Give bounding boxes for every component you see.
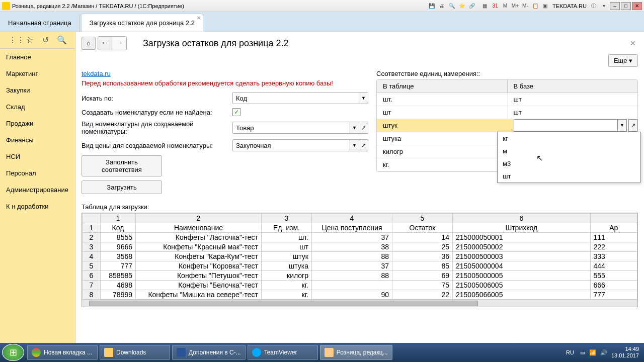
- grid-rownum[interactable]: 7: [83, 281, 101, 290]
- grid-cell[interactable]: 36: [392, 252, 453, 261]
- tb-calc-icon[interactable]: ▦: [480, 2, 490, 11]
- grid-cell[interactable]: Конфеты "Петушок"-тест: [136, 271, 262, 281]
- more-button[interactable]: Еще ▾: [608, 54, 638, 67]
- grid-cell[interactable]: килогр: [262, 271, 312, 281]
- grid-cell[interactable]: 215000500003: [453, 252, 591, 261]
- history-icon[interactable]: ↺: [41, 35, 51, 45]
- grid-cell[interactable]: 9666: [101, 242, 136, 252]
- lang-indicator[interactable]: RU: [564, 348, 576, 356]
- tb-preview-icon[interactable]: 🔍: [447, 2, 456, 11]
- grid-cell[interactable]: Конфеты "Мишка на севере"-тест: [136, 290, 262, 300]
- grid-cell[interactable]: Конфеты "Ласточка"-тест: [136, 233, 262, 242]
- task-1c[interactable]: Розница, редакц...: [320, 345, 392, 360]
- tb-clipboard-icon[interactable]: 📋: [531, 2, 540, 11]
- grid-cell[interactable]: 777: [101, 261, 136, 271]
- grid-cell[interactable]: 90: [312, 290, 392, 300]
- load-button[interactable]: Загрузить: [82, 180, 162, 194]
- tab-document[interactable]: Загрузка остатков для розница 2.2 ✕: [81, 14, 203, 32]
- grid-rownum[interactable]: 2: [83, 233, 101, 242]
- tab-close-icon[interactable]: ✕: [197, 15, 201, 21]
- task-teamviewer[interactable]: TeamViewer: [248, 345, 318, 360]
- grid-cell[interactable]: Конфеты "Красный мак"-тест: [136, 242, 262, 252]
- grid-header-cell[interactable]: Наименование: [136, 223, 262, 233]
- dropdown-option[interactable]: шт: [498, 170, 640, 183]
- tb-save-icon[interactable]: 💾: [427, 2, 436, 11]
- tb-link-icon[interactable]: 🔗: [467, 2, 476, 11]
- tb-mminus-icon[interactable]: M-: [521, 2, 530, 11]
- grid-cell[interactable]: 215000050001: [453, 233, 591, 242]
- unit-row[interactable]: штук▼↗: [377, 119, 637, 132]
- search-by-dd[interactable]: ▼: [359, 93, 368, 104]
- grid-rownum[interactable]: 3: [83, 242, 101, 252]
- tb-m-icon[interactable]: M: [501, 2, 510, 11]
- tray-flag-icon[interactable]: ▭: [580, 349, 585, 356]
- tb-calendar-icon[interactable]: 31: [491, 2, 500, 11]
- nom-type-select[interactable]: ▼ ↗: [232, 122, 368, 134]
- grid-cell[interactable]: 75: [392, 281, 453, 290]
- unit-cell-base[interactable]: шт: [508, 93, 638, 106]
- grid-cell[interactable]: 85: [392, 261, 453, 271]
- sidebar-item-1[interactable]: Маркетинг: [0, 65, 75, 82]
- grid-cell[interactable]: 69: [392, 271, 453, 281]
- unit-cell-table[interactable]: шт: [377, 106, 508, 119]
- grid-cell[interactable]: 88: [312, 271, 392, 281]
- grid-cell[interactable]: 215005006005: [453, 281, 591, 290]
- grid-cell[interactable]: [312, 281, 392, 290]
- sidebar-item-6[interactable]: НСИ: [0, 148, 75, 165]
- tray-sound-icon[interactable]: 🔊: [600, 349, 607, 356]
- unit-cell-table[interactable]: кг.: [377, 158, 508, 171]
- grid-cell[interactable]: кг.: [262, 281, 312, 290]
- grid-cell[interactable]: 22: [392, 290, 453, 300]
- search-by-input[interactable]: [233, 93, 359, 104]
- dropdown-option[interactable]: кг: [498, 132, 640, 145]
- grid-cell[interactable]: 666: [590, 281, 637, 290]
- grid-colnum[interactable]: 3: [262, 214, 312, 223]
- unit-cell-table[interactable]: штука: [377, 132, 508, 145]
- grid-cell[interactable]: 222: [590, 242, 637, 252]
- tb-dd-icon[interactable]: ▾: [599, 2, 608, 11]
- grid-header-cell[interactable]: Код: [101, 223, 136, 233]
- grid-rownum[interactable]: 1: [83, 223, 101, 233]
- grid-cell[interactable]: Конфеты "Кара-Кум"-тест: [136, 252, 262, 261]
- grid-cell[interactable]: 37: [312, 261, 392, 271]
- search-icon[interactable]: 🔍: [57, 35, 67, 45]
- sidebar-item-0[interactable]: Главное: [0, 49, 75, 65]
- grid-cell[interactable]: 858585: [101, 271, 136, 281]
- grid-cell[interactable]: 37: [312, 233, 392, 242]
- unit-row[interactable]: штшт: [377, 106, 637, 119]
- dropdown-option[interactable]: м: [498, 145, 640, 157]
- tray-net-icon[interactable]: 📶: [589, 349, 596, 356]
- task-downloads[interactable]: Downloads: [100, 345, 170, 360]
- unit-cell-table[interactable]: штук: [377, 119, 514, 132]
- grid-cell[interactable]: 215050000004: [453, 261, 591, 271]
- window-maximize[interactable]: □: [621, 2, 631, 10]
- grid-header-cell[interactable]: Ар: [590, 223, 637, 233]
- grid-cell[interactable]: 215005000005: [453, 271, 591, 281]
- grid-cell[interactable]: 3568: [101, 252, 136, 261]
- unit-cell-table[interactable]: килогр: [377, 145, 508, 158]
- grid-cell[interactable]: Конфеты "Белочка"-тест: [136, 281, 262, 290]
- sidebar-item-7[interactable]: Персонал: [0, 165, 75, 182]
- grid-colnum[interactable]: 2: [136, 214, 262, 223]
- home-button[interactable]: ⌂: [82, 37, 96, 50]
- grid-cell[interactable]: штук: [262, 252, 312, 261]
- dropdown-option[interactable]: м3: [498, 157, 640, 170]
- unit-base-open[interactable]: ↗: [628, 119, 637, 132]
- grid-rownum[interactable]: 4: [83, 252, 101, 261]
- sidebar-item-2[interactable]: Закупки: [0, 82, 75, 99]
- grid-cell[interactable]: 111: [590, 233, 637, 242]
- back-button[interactable]: ←: [98, 37, 112, 50]
- price-type-input[interactable]: [233, 140, 350, 151]
- tray-clock[interactable]: 14:49 13.01.2017: [611, 346, 642, 359]
- unit-cell-base[interactable]: шт: [508, 106, 638, 119]
- grid-rownum[interactable]: 6: [83, 271, 101, 281]
- grid-cell[interactable]: 4698: [101, 281, 136, 290]
- grid-cell[interactable]: 38: [312, 242, 392, 252]
- create-nom-checkbox[interactable]: ✓: [232, 108, 240, 116]
- grid-cell[interactable]: 444: [590, 261, 637, 271]
- grid-cell[interactable]: шт: [262, 242, 312, 252]
- tb-info-icon[interactable]: ⓘ: [589, 2, 598, 11]
- grid-header-cell[interactable]: Остаток: [392, 223, 453, 233]
- window-minimize[interactable]: –: [610, 2, 620, 10]
- tab-start[interactable]: Начальная страница: [0, 14, 80, 32]
